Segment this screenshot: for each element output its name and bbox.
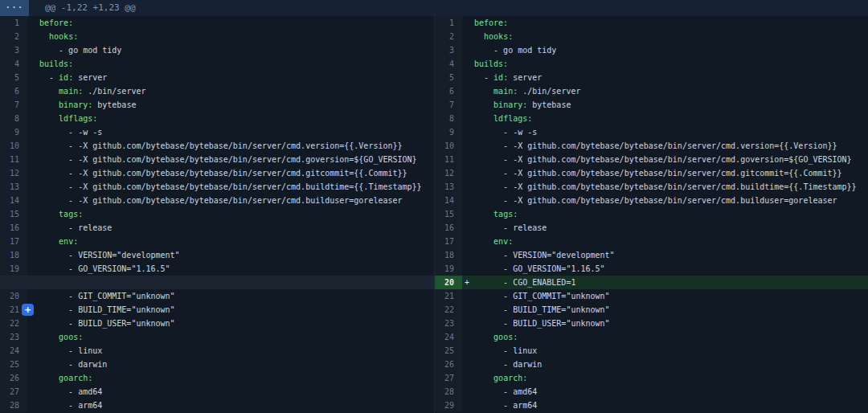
line-number[interactable]: 11 (0, 153, 27, 166)
diff-marker (462, 330, 472, 344)
line-number[interactable]: 3 (435, 43, 462, 57)
diff-marker (27, 276, 37, 289)
line-number[interactable]: 5 (0, 71, 27, 84)
line-number[interactable]: 10 (435, 139, 462, 153)
diff-line: 24 goos: (435, 330, 868, 344)
diff-marker (27, 262, 37, 276)
line-number[interactable]: 7 (0, 98, 27, 112)
line-number[interactable]: 25 (0, 358, 27, 371)
line-number[interactable]: 2 (435, 30, 462, 43)
line-number[interactable]: 14 (435, 194, 462, 207)
code-line: - -X github.com/bytebase/bytebase/bin/se… (37, 139, 434, 153)
line-number[interactable]: 22 (435, 303, 462, 317)
diff-line: 22 - BUILD_TIME="unknown" (435, 303, 868, 317)
diff-marker (27, 125, 37, 139)
add-comment-button[interactable]: + (22, 304, 34, 316)
diff-marker (462, 289, 472, 303)
line-number[interactable]: 20 (0, 289, 27, 303)
line-number[interactable]: 6 (435, 84, 462, 98)
line-number[interactable]: 26 (0, 371, 27, 385)
line-number[interactable]: 3 (0, 43, 27, 57)
line-number[interactable]: 14 (0, 194, 27, 207)
line-number[interactable]: 24 (435, 330, 462, 344)
diff-pane-new: 1before:2 hooks:3 - go mod tidy4builds:5… (434, 16, 868, 413)
diff-line: 5 - id: server (0, 71, 434, 84)
diff-line: 23 - BUILD_USER="unknown" (435, 317, 868, 330)
line-number[interactable]: 9 (435, 125, 462, 139)
line-number[interactable]: 2 (0, 30, 27, 43)
code-line: - go mod tidy (37, 43, 434, 57)
line-number[interactable]: 13 (435, 180, 462, 194)
diff-marker (462, 221, 472, 235)
line-number[interactable]: 6 (0, 84, 27, 98)
diff-line: 9 - -w -s (435, 125, 868, 139)
line-number[interactable]: 9 (0, 125, 27, 139)
line-number[interactable]: 16 (0, 221, 27, 235)
line-number[interactable]: 15 (0, 207, 27, 221)
diff-marker (27, 194, 37, 207)
diff-marker (462, 98, 472, 112)
code-line: - amd64 (472, 385, 868, 399)
line-number[interactable]: 1 (0, 16, 27, 30)
line-number[interactable]: 5 (435, 71, 462, 84)
line-number[interactable]: 27 (0, 385, 27, 399)
line-number[interactable]: 1 (435, 16, 462, 30)
line-number[interactable]: 12 (0, 166, 27, 180)
diff-line: 29 - arm64 (435, 399, 868, 412)
code-line: - -X github.com/bytebase/bytebase/bin/se… (472, 166, 868, 180)
diff-marker (462, 84, 472, 98)
line-number[interactable]: 11 (435, 153, 462, 166)
line-number[interactable]: 18 (435, 248, 462, 262)
code-line (37, 276, 434, 289)
expand-hunk-button[interactable]: ··· (0, 0, 29, 16)
diff-line: 3 - go mod tidy (0, 43, 434, 57)
code-line: - release (37, 221, 434, 235)
line-number[interactable]: 23 (435, 317, 462, 330)
diff-line: 26 goarch: (0, 371, 434, 385)
diff-marker (27, 153, 37, 166)
diff-marker (462, 30, 472, 43)
diff-pane-old: 1before:2 hooks:3 - go mod tidy4builds:5… (0, 16, 434, 413)
code-line: - GIT_COMMIT="unknown" (472, 289, 868, 303)
diff-line: 12 - -X github.com/bytebase/bytebase/bin… (435, 166, 868, 180)
line-number[interactable]: 25 (435, 344, 462, 358)
line-number[interactable]: 4 (0, 57, 27, 71)
line-number[interactable]: 22 (0, 317, 27, 330)
line-number[interactable]: 8 (0, 112, 27, 125)
line-number[interactable]: 13 (0, 180, 27, 194)
line-number[interactable]: 27 (435, 371, 462, 385)
diff-marker (27, 248, 37, 262)
line-number[interactable]: 10 (0, 139, 27, 153)
diff-marker (27, 344, 37, 358)
code-line: - VERSION="development" (472, 248, 868, 262)
code-line: - -w -s (37, 125, 434, 139)
line-number[interactable]: 17 (0, 235, 27, 248)
line-number[interactable]: 12 (435, 166, 462, 180)
diff-line: 1before: (0, 16, 434, 30)
diff-marker (27, 84, 37, 98)
line-number[interactable]: 19 (435, 262, 462, 276)
line-number[interactable]: 21 (435, 289, 462, 303)
line-number[interactable]: 24 (0, 344, 27, 358)
line-number[interactable]: 18 (0, 248, 27, 262)
diff-line: 16 - release (0, 221, 434, 235)
line-number[interactable]: 28 (0, 399, 27, 412)
line-number[interactable]: 26 (435, 358, 462, 371)
line-number[interactable]: 20 (435, 276, 462, 289)
diff-line: 20 - GIT_COMMIT="unknown" (0, 289, 434, 303)
diff-marker (27, 317, 37, 330)
line-number[interactable]: 8 (435, 112, 462, 125)
line-number[interactable]: 15 (435, 207, 462, 221)
code-line: - BUILD_TIME="unknown" (37, 303, 434, 317)
code-line: - -X github.com/bytebase/bytebase/bin/se… (472, 194, 868, 207)
line-number[interactable]: 29 (435, 399, 462, 412)
diff-line: 7 binary: bytebase (435, 98, 868, 112)
line-number[interactable]: 28 (435, 385, 462, 399)
line-number[interactable]: 17 (435, 235, 462, 248)
line-number[interactable]: 16 (435, 221, 462, 235)
line-number[interactable]: 4 (435, 57, 462, 71)
line-number[interactable]: 7 (435, 98, 462, 112)
code-line: - BUILD_USER="unknown" (472, 317, 868, 330)
line-number[interactable]: 19 (0, 262, 27, 276)
line-number[interactable]: 23 (0, 330, 27, 344)
